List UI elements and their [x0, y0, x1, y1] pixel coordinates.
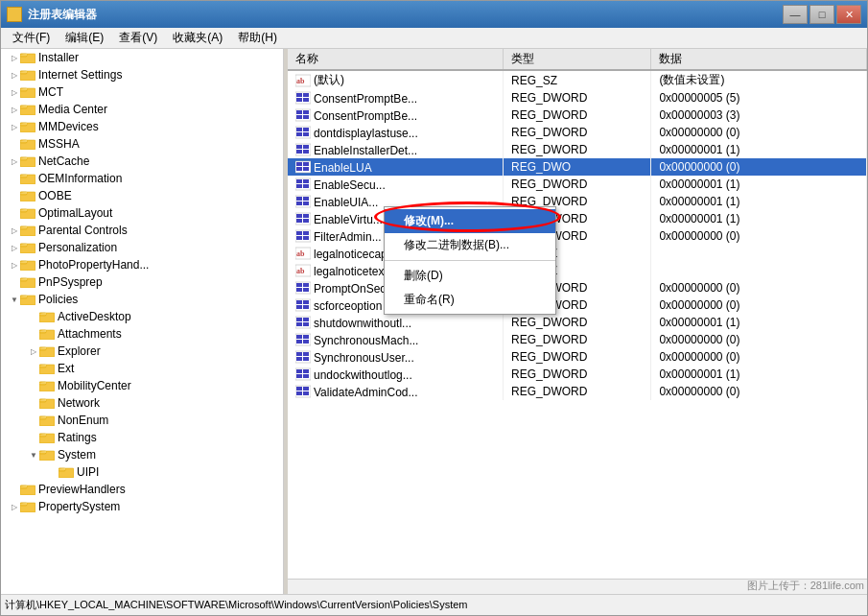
table-row[interactable]: EnableLUAREG_DWO0x00000000 (0) — [288, 158, 867, 176]
tree-item-label: MSSHA — [38, 137, 80, 151]
tree-item[interactable]: Network — [1, 394, 283, 412]
close-button[interactable]: ✕ — [836, 5, 861, 24]
folder-icon — [39, 447, 55, 463]
tree-item[interactable]: ▷ PhotoPropertyHand... — [1, 256, 283, 273]
tree-arrow-icon: ▼ — [9, 294, 20, 305]
table-row[interactable]: EnableInstallerDet...REG_DWORD0x00000001… — [288, 141, 867, 158]
folder-icon — [20, 205, 35, 222]
svg-rect-60 — [303, 98, 309, 102]
svg-rect-73 — [296, 150, 302, 154]
registry-type-cell: REG_DWO — [504, 158, 651, 176]
table-row[interactable]: ab legalnoticetextREG_SZ — [288, 262, 867, 279]
tree-item[interactable]: MobilityCenter — [1, 377, 283, 394]
registry-scroll[interactable]: 名称 类型 数据 ab (默认)REG_SZ(数值未设置) ConsentPro… — [288, 49, 867, 579]
tree-item[interactable]: ▷ PropertySystem — [1, 498, 283, 515]
svg-rect-108 — [303, 283, 309, 287]
table-row[interactable]: EnableUIA...REG_DWORD0x00000001 (1) — [288, 193, 867, 210]
dword-value-icon — [295, 333, 311, 346]
table-row[interactable]: FilterAdmin...REG_DWORD0x00000000 (0) — [288, 227, 867, 245]
tree-item[interactable]: ▷ MMDevices — [1, 118, 283, 135]
table-row[interactable]: PromptOnSecureD...REG_DWORD0x00000000 (0… — [288, 279, 867, 296]
tree-item[interactable]: ▷ Parental Controls — [1, 222, 283, 239]
main-content: ▷ Installer▷ Internet Settings▷ MCT▷ Med… — [1, 49, 867, 594]
folder-icon — [20, 171, 35, 187]
tree-item[interactable]: OptimalLayout — [1, 204, 283, 222]
table-row[interactable]: SynchronousMach...REG_DWORD0x00000000 (0… — [288, 331, 867, 348]
tree-item[interactable]: PreviewHandlers — [1, 481, 283, 498]
tree-arrow-icon: ▷ — [9, 86, 20, 98]
tree-item-label: ActiveDesktop — [58, 310, 131, 323]
table-row[interactable]: dontdisplaylastuse...REG_DWORD0x00000000… — [288, 124, 867, 141]
registry-name-cell: dontdisplaylastuse... — [288, 124, 504, 141]
registry-data-cell: 0x00000000 (0) — [651, 331, 867, 348]
tree-item-label: Installer — [38, 51, 79, 64]
table-row[interactable]: EnableSecu...REG_DWORD0x00000001 (1) — [288, 176, 867, 193]
table-row[interactable]: ConsentPromptBe...REG_DWORD0x00000003 (3… — [288, 107, 867, 124]
tree-item[interactable]: ▷ Explorer — [1, 343, 283, 360]
tree-panel[interactable]: ▷ Installer▷ Internet Settings▷ MCT▷ Med… — [1, 49, 284, 594]
table-row[interactable]: EnableVirtu...REG_DWORD0x00000001 (1) — [288, 210, 867, 227]
registry-name-text: undockwithoutlog... — [314, 367, 412, 381]
menu-favorites[interactable]: 收藏夹(A) — [165, 28, 230, 48]
context-menu-item[interactable]: 重命名(R) — [385, 288, 555, 312]
context-menu-item[interactable]: 修改(M)... — [385, 209, 555, 233]
svg-rect-100 — [303, 236, 309, 240]
tree-item-label: PreviewHandlers — [38, 483, 126, 496]
context-menu-item[interactable]: 修改二进制数据(B)... — [385, 233, 555, 257]
tree-item[interactable]: ▷ NetCache — [1, 153, 283, 170]
table-row[interactable]: scforceoptionREG_DWORD0x00000000 (0) — [288, 296, 867, 314]
tree-item[interactable]: ▼ Policies — [1, 291, 283, 308]
dword-value-icon — [295, 178, 311, 191]
registry-name-cell: shutdownwithoutl... — [288, 314, 504, 331]
dword-value-icon — [295, 108, 311, 122]
tree-item[interactable]: OOBE — [1, 187, 283, 204]
tree-item[interactable]: NonEnum — [1, 412, 283, 429]
table-row[interactable]: undockwithoutlog...REG_DWORD0x00000001 (… — [288, 366, 867, 383]
table-row[interactable]: ConsentPromptBe...REG_DWORD0x00000005 (5… — [288, 89, 867, 107]
registry-name-cell: EnableLUA — [288, 158, 504, 176]
tree-item[interactable]: ▷ Media Center — [1, 101, 283, 118]
tree-arrow-icon — [28, 432, 39, 443]
tree-item[interactable]: Ratings — [1, 429, 283, 446]
table-row[interactable]: shutdownwithoutl...REG_DWORD0x00000001 (… — [288, 314, 867, 331]
tree-item[interactable]: ▷ Internet Settings — [1, 66, 283, 83]
tree-item[interactable]: ActiveDesktop — [1, 308, 283, 325]
table-row[interactable]: SynchronousUser...REG_DWORD0x00000000 (0… — [288, 348, 867, 366]
registry-name-text: EnableInstallerDet... — [314, 143, 417, 156]
svg-rect-118 — [303, 318, 309, 321]
col-data: 数据 — [651, 49, 867, 70]
menu-view[interactable]: 查看(V) — [111, 28, 165, 48]
table-row[interactable]: ValidateAdminCod...REG_DWORD0x00000000 (… — [288, 383, 867, 400]
svg-rect-57 — [296, 93, 302, 97]
context-menu-item[interactable]: 删除(D) — [385, 264, 555, 288]
window-title: 注册表编辑器 — [28, 7, 97, 23]
tree-arrow-icon — [28, 363, 39, 374]
folder-icon — [20, 84, 35, 101]
tree-arrow-icon — [9, 173, 20, 184]
menu-help[interactable]: 帮助(H) — [230, 28, 285, 48]
dword-value-icon — [295, 229, 311, 243]
table-row[interactable]: ab (默认)REG_SZ(数值未设置) — [288, 70, 867, 89]
tree-item[interactable]: ▷ MCT — [1, 83, 283, 101]
registry-name-text: FilterAdmin... — [314, 229, 382, 243]
minimize-button[interactable]: — — [783, 5, 808, 24]
tree-item[interactable]: ▼ System — [1, 446, 283, 463]
maximize-button[interactable]: □ — [809, 5, 834, 24]
tree-item[interactable]: PnPSysprep — [1, 273, 283, 291]
tree-item[interactable]: Attachments — [1, 325, 283, 343]
menu-edit[interactable]: 编辑(E) — [58, 28, 111, 48]
registry-name-cell: EnableSecu... — [288, 176, 504, 193]
tree-item[interactable]: ▷ Personalization — [1, 239, 283, 256]
svg-rect-92 — [296, 214, 302, 218]
tree-item[interactable]: Ext — [1, 360, 283, 377]
tree-item[interactable]: UIPI — [1, 463, 283, 481]
registry-table: 名称 类型 数据 ab (默认)REG_SZ(数值未设置) ConsentPro… — [288, 49, 867, 400]
tree-item[interactable]: MSSHA — [1, 135, 283, 153]
tree-item[interactable]: OEMInformation — [1, 170, 283, 187]
table-row[interactable]: ab legalnoticecaptionREG_SZ — [288, 245, 867, 262]
svg-text:ab: ab — [296, 267, 305, 275]
tree-item-label: OOBE — [38, 189, 72, 202]
menu-file[interactable]: 文件(F) — [5, 28, 58, 48]
registry-name-text: (默认) — [314, 73, 344, 86]
tree-item[interactable]: ▷ Installer — [1, 49, 283, 66]
